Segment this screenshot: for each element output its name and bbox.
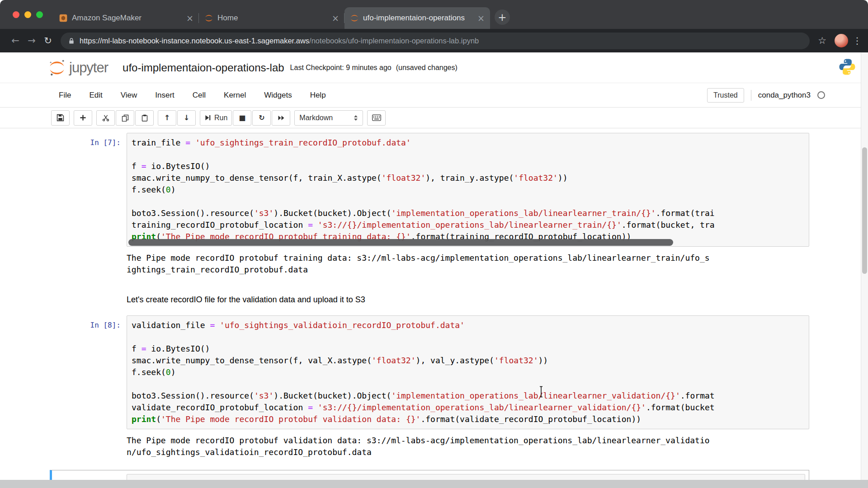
menu-bar: FileEditViewInsertCellKernelWidgetsHelp … <box>0 83 868 108</box>
reload-button[interactable]: ↻ <box>40 35 56 46</box>
save-button[interactable] <box>51 110 70 126</box>
browser-window: Amazon SageMaker×Home×ufo-implementaion-… <box>0 0 868 488</box>
window-controls <box>13 11 43 18</box>
notebook-header: jupyter ufo-implementaion-operations-lab… <box>0 52 868 83</box>
menu-item-kernel[interactable]: Kernel <box>224 91 246 100</box>
browser-tab[interactable]: Home× <box>199 7 344 29</box>
menu-item-cell[interactable]: Cell <box>193 91 206 100</box>
tab-close-icon[interactable]: × <box>186 14 193 23</box>
tab-close-icon[interactable]: × <box>477 14 485 23</box>
kernel-idle-icon <box>817 91 825 99</box>
cell-body: train_file = 'ufo_sightings_train_record… <box>127 133 809 247</box>
up-arrow-icon: ↑ <box>164 113 170 122</box>
notebook-toolbar: ↑ ↓ Run ■ ↻ Markdown <box>0 108 868 128</box>
code-horizontal-scrollbar[interactable] <box>128 239 673 246</box>
paste-icon <box>141 114 148 122</box>
zoom-window-button[interactable] <box>36 11 43 18</box>
tab-close-icon[interactable]: × <box>332 14 339 23</box>
browser-tab[interactable]: ufo-implementaion-operations× <box>344 7 490 29</box>
code-cell[interactable]: In [8]:validation_file = 'ufo_sightings_… <box>55 315 809 429</box>
minimize-window-button[interactable] <box>24 11 31 18</box>
browser-menu-icon[interactable]: ⋮ <box>853 35 861 46</box>
address-bar[interactable]: https://ml-labs-notebook-instance.notebo… <box>61 33 810 49</box>
restart-icon: ↻ <box>259 113 264 122</box>
jupyter-favicon <box>350 14 359 23</box>
move-cell-down-button[interactable]: ↓ <box>177 110 196 126</box>
profile-avatar[interactable] <box>835 34 848 47</box>
cell-output-row: The Pipe mode recordIO protobuf validati… <box>55 435 809 458</box>
cell-type-value: Markdown <box>299 114 333 122</box>
restart-kernel-button[interactable]: ↻ <box>252 110 271 126</box>
down-arrow-icon: ↓ <box>184 113 189 122</box>
cell-prompt: In [7]: <box>55 133 127 247</box>
menu-item-help[interactable]: Help <box>310 91 326 100</box>
cell-type-select[interactable]: Markdown <box>294 110 363 126</box>
lock-icon <box>68 38 75 44</box>
cell-output-row: The Pipe mode recordIO protobuf training… <box>55 252 809 276</box>
add-cell-button[interactable] <box>74 110 92 126</box>
markdown-text: Let's create recordIO file for the valid… <box>127 295 809 305</box>
cell-code-editor[interactable]: validation_file = 'ufo_sightings_validat… <box>127 315 809 429</box>
jupyter-planet-icon <box>48 59 66 77</box>
trusted-button[interactable]: Trusted <box>707 88 744 103</box>
select-arrows-icon <box>354 115 358 121</box>
menu-item-widgets[interactable]: Widgets <box>264 91 292 100</box>
copy-icon <box>122 114 129 122</box>
run-button[interactable]: Run <box>200 110 232 126</box>
kernel-name: conda_python3 <box>758 91 811 100</box>
code-text: validation_file = 'ufo_sightings_validat… <box>132 319 804 425</box>
cut-cell-button[interactable] <box>96 110 115 126</box>
notebook-area: In [7]:train_file = 'ufo_sightings_train… <box>0 128 868 488</box>
stop-icon: ■ <box>239 113 245 122</box>
menu-items: FileEditViewInsertCellKernelWidgetsHelp <box>59 91 326 100</box>
sagemaker-favicon <box>59 14 68 23</box>
menu-item-file[interactable]: File <box>59 91 71 100</box>
restart-run-all-button[interactable] <box>272 110 290 126</box>
markdown-cell[interactable]: Let's create recordIO file for the valid… <box>55 295 809 305</box>
run-label: Run <box>214 114 227 122</box>
save-icon <box>57 114 64 122</box>
cell-body: Let's create recordIO file for the valid… <box>127 295 809 305</box>
cell-prompt: In [8]: <box>55 315 127 429</box>
browser-toolbar: ← → ↻ https://ml-labs-notebook-instance.… <box>0 29 868 52</box>
notebook-cells: In [7]:train_file = 'ufo_sightings_train… <box>55 133 809 488</box>
page-scrollbar[interactable] <box>861 52 868 488</box>
keyboard-icon <box>372 114 381 121</box>
menu-item-view[interactable]: View <box>121 91 137 100</box>
command-palette-button[interactable] <box>367 110 386 126</box>
notebook-title[interactable]: ufo-implementaion-operations-lab <box>123 61 284 74</box>
cell-body: validation_file = 'ufo_sightings_validat… <box>127 315 809 429</box>
page-scrollbar-thumb[interactable] <box>862 147 867 274</box>
copy-cell-button[interactable] <box>116 110 134 126</box>
text-cursor <box>538 386 544 398</box>
tab-strip-tabs: Amazon SageMaker×Home×ufo-implementaion-… <box>53 7 490 29</box>
tab-strip: Amazon SageMaker×Home×ufo-implementaion-… <box>0 0 868 29</box>
bookmark-icon[interactable]: ☆ <box>818 35 826 46</box>
run-icon <box>204 114 211 121</box>
tab-title: Amazon SageMaker <box>72 14 182 23</box>
cell-code-editor[interactable]: train_file = 'ufo_sightings_train_record… <box>127 133 809 247</box>
plus-icon <box>80 114 86 121</box>
output-prompt <box>55 435 127 458</box>
jupyter-logo[interactable]: jupyter <box>48 59 108 77</box>
tab-title: ufo-implementaion-operations <box>363 14 473 23</box>
menu-item-edit[interactable]: Edit <box>89 91 102 100</box>
code-cell[interactable]: In [7]:train_file = 'ufo_sightings_train… <box>55 133 809 247</box>
url-text: https://ml-labs-notebook-instance.notebo… <box>80 37 479 45</box>
menu-item-insert[interactable]: Insert <box>155 91 175 100</box>
window-bottom-edge <box>0 480 868 488</box>
interrupt-kernel-button[interactable]: ■ <box>233 110 251 126</box>
cell-output: The Pipe mode recordIO protobuf validati… <box>127 435 712 458</box>
move-cell-up-button[interactable]: ↑ <box>158 110 176 126</box>
paste-cell-button[interactable] <box>135 110 154 126</box>
browser-tab[interactable]: Amazon SageMaker× <box>53 7 199 29</box>
forward-button[interactable]: → <box>24 35 40 46</box>
checkpoint-status: Last Checkpoint: 9 minutes ago <box>290 64 392 72</box>
menu-separator <box>751 90 751 101</box>
output-prompt <box>55 252 127 276</box>
jupyter-logo-text: jupyter <box>69 60 108 76</box>
menu-right: Trusted conda_python3 <box>707 88 868 103</box>
new-tab-button[interactable]: + <box>495 9 510 25</box>
close-window-button[interactable] <box>13 11 19 18</box>
back-button[interactable]: ← <box>7 35 24 46</box>
